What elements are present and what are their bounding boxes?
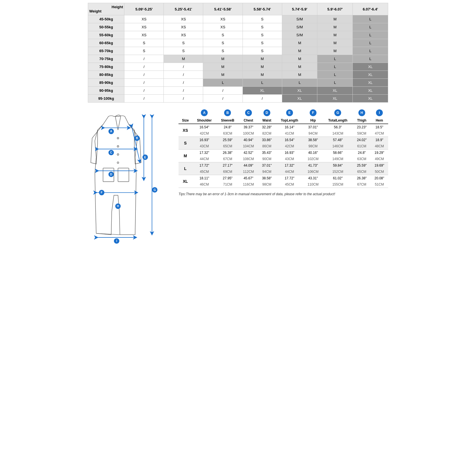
- chest-header: Chest: [239, 117, 258, 124]
- circle-f: F: [310, 109, 316, 116]
- size-cell: /: [203, 95, 243, 103]
- size-cell: /: [124, 79, 164, 87]
- size-cell: S: [243, 15, 282, 23]
- size-cell: M: [282, 39, 317, 47]
- metric-value: 104CM: [239, 143, 258, 150]
- measurement-row-metric: 43CM65CM104CM86CM42CM98CM146CM61CM48CM: [178, 143, 388, 150]
- metric-value: 112CM: [239, 169, 258, 175]
- size-cell: XS: [124, 15, 164, 23]
- size-cell: M: [317, 23, 353, 31]
- thigh-header: Thigh: [353, 117, 371, 124]
- size-cell: XL: [353, 95, 388, 103]
- imperial-value: 37.01": [258, 162, 276, 169]
- weight-label: 75-80kg: [88, 63, 124, 71]
- imperial-value: 41.73": [303, 162, 323, 169]
- size-value: XS: [178, 124, 192, 137]
- size-cell: XS: [124, 23, 164, 31]
- weight-label: 95-100kg: [88, 95, 124, 103]
- metric-value: 90CM: [258, 156, 276, 162]
- metric-value: 110CM: [303, 181, 323, 188]
- measurement-row-metric: 45CM69CM112CM94CM44CM106CM152CM65CM50CM: [178, 169, 388, 175]
- size-cell: L: [353, 55, 388, 63]
- svg-rect-7: [118, 168, 129, 182]
- imperial-value: 35.43": [258, 150, 276, 156]
- metric-value: 47CM: [371, 130, 388, 137]
- circle-g: G: [334, 109, 341, 116]
- metric-value: 42CM: [192, 130, 216, 137]
- svg-point-4: [117, 154, 119, 155]
- size-chart-row: 75-80kg//MMMLXL: [88, 63, 388, 71]
- imperial-value: 16.54": [276, 137, 303, 143]
- size-cell: XS: [164, 23, 203, 31]
- imperial-value: 17.72": [276, 175, 303, 182]
- size-chart-row: 90-95kg///XLXLXLXL: [88, 87, 388, 95]
- size-cell: L: [243, 79, 282, 87]
- size-cell: S: [243, 23, 282, 31]
- size-cell: /: [164, 63, 203, 71]
- imperial-value: 16.54": [192, 124, 216, 130]
- measurement-row-imperial: L17.72"27.17"44.09"37.01"17.32"41.73"59.…: [178, 162, 388, 169]
- size-cell: S: [164, 39, 203, 47]
- circle-b: B: [224, 109, 231, 116]
- size-cell: S/M: [282, 31, 317, 39]
- metric-value: 67CM: [216, 156, 239, 162]
- size-chart-row: 50-55kgXSXSXSSS/MML: [88, 23, 388, 31]
- sleeveb-header: SleeveB: [216, 117, 239, 124]
- imperial-value: 33.86": [258, 137, 276, 143]
- size-cell: M: [317, 39, 353, 47]
- size-chart-row: 55-60kgXSXSSSS/MML: [88, 31, 388, 39]
- imperial-value: 40.16": [303, 150, 323, 156]
- metric-value: 155CM: [323, 181, 353, 188]
- metric-value: 143CM: [323, 130, 353, 137]
- metric-value: 69CM: [216, 169, 239, 175]
- hip-header: Hip: [303, 117, 323, 124]
- imperial-value: 58.66": [323, 150, 353, 156]
- size-cell: XL: [282, 95, 317, 103]
- size-cell: M: [164, 55, 203, 63]
- circle-h: H: [358, 109, 365, 116]
- measurement-row-metric: 46CM71CM116CM98CM45CM110CM155CM67CM51CM: [178, 181, 388, 188]
- imperial-value: 18.11": [192, 175, 216, 182]
- size-cell: /: [164, 87, 203, 95]
- col-header-5: 5.74'-5.9': [282, 3, 317, 15]
- imperial-value: 24.8": [353, 150, 371, 156]
- metric-value: 61CM: [353, 143, 371, 150]
- metric-value: 94CM: [303, 130, 323, 137]
- garment-svg: A B C D E F G: [88, 108, 167, 244]
- size-value: XL: [178, 175, 192, 188]
- imperial-value: 38.58": [303, 137, 323, 143]
- metric-value: 59CM: [353, 130, 371, 137]
- metric-value: 42CM: [276, 143, 303, 150]
- circle-a: A: [201, 109, 208, 116]
- col-header-3: 5.41'-5.58': [203, 3, 243, 15]
- imperial-value: 19.29": [371, 150, 388, 156]
- svg-point-3: [117, 146, 119, 147]
- svg-text:E: E: [144, 156, 146, 159]
- size-cell: M: [317, 31, 353, 39]
- metric-value: 94CM: [258, 169, 276, 175]
- size-cell: /: [124, 95, 164, 103]
- size-chart-row: 60-65kgSSSSMML: [88, 39, 388, 47]
- size-cell: S: [124, 39, 164, 47]
- garment-diagram: A B C D E F G: [88, 108, 173, 245]
- size-chart-table: Height Weight 5.09'-5.25' 5.25'-5.41' 5.…: [88, 3, 388, 103]
- metric-value: 100CM: [239, 130, 258, 137]
- size-cell: /: [243, 95, 282, 103]
- size-cell: XS: [203, 15, 243, 23]
- metric-value: 46CM: [192, 181, 216, 188]
- metric-value: 51CM: [371, 181, 388, 188]
- circle-d: D: [264, 109, 270, 116]
- measurement-row-imperial: M17.32"26.38"42.52"35.43"16.93"40.16"58.…: [178, 150, 388, 156]
- svg-point-2: [117, 137, 119, 139]
- hem-header: Hem: [371, 117, 388, 124]
- size-cell: L: [353, 15, 388, 23]
- size-cell: M: [243, 63, 282, 71]
- circle-c: C: [245, 109, 252, 116]
- imperial-value: 17.32": [192, 150, 216, 156]
- size-cell: XS: [203, 23, 243, 31]
- size-cell: /: [124, 55, 164, 63]
- col-header-2: 5.25'-5.41': [164, 3, 203, 15]
- size-cell: XS: [164, 31, 203, 39]
- weight-label: 80-85kg: [88, 71, 124, 79]
- imperial-value: 18.5": [371, 124, 388, 130]
